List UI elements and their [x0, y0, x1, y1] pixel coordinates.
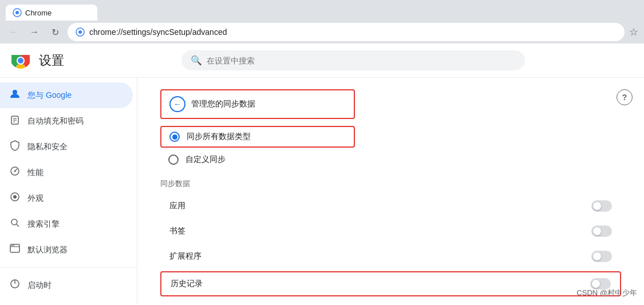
main-content: 您与 Google自动填充和密码隐私和安全性能外观搜索引擎默认浏览器启动时语言下… — [0, 78, 644, 305]
watermark: CSDN @村中少年 — [576, 288, 637, 298]
address-bar-row: ← → ↻ chrome://settings/syncSetup/advanc… — [0, 21, 644, 43]
reload-button[interactable]: ↻ — [47, 24, 63, 40]
browser-chrome: Chrome ← → ↻ chrome://settings/syncSetup… — [0, 0, 644, 43]
address-favicon — [76, 27, 85, 37]
sidebar-icon-autofill — [9, 114, 21, 128]
sync-item-bookmarks-label: 书签 — [169, 226, 185, 236]
sidebar-item-autofill[interactable]: 自动填充和密码 — [0, 108, 133, 134]
tab-title: Chrome — [25, 9, 52, 17]
svg-line-18 — [17, 224, 19, 227]
sync-extensions-toggle[interactable] — [591, 251, 612, 262]
svg-point-17 — [11, 219, 17, 225]
address-text: chrome://settings/syncSetup/advanced — [89, 27, 617, 37]
svg-point-16 — [13, 195, 17, 199]
sync-bookmarks-toggle[interactable] — [591, 225, 612, 237]
page-header: 设置 🔍 — [0, 43, 644, 78]
sidebar-icon-google — [9, 88, 21, 102]
sync-data-section: 同步数据 应用 书签 扩展程序 历史记录 — [160, 179, 621, 296]
sidebar-label-browser: 默认浏览器 — [27, 245, 68, 255]
sync-apps-toggle[interactable] — [591, 200, 612, 212]
sidebar-label-privacy: 隐私和安全 — [27, 142, 68, 152]
tab-favicon — [13, 8, 22, 17]
search-bar: 🔍 — [181, 50, 525, 70]
sidebar: 您与 Google自动填充和密码隐私和安全性能外观搜索引擎默认浏览器启动时语言下… — [0, 78, 137, 305]
sync-all-option-box[interactable]: 同步所有数据类型 — [160, 126, 355, 148]
custom-sync-label: 自定义同步 — [185, 155, 226, 165]
svg-point-7 — [18, 58, 23, 64]
svg-point-3 — [78, 30, 82, 34]
sidebar-icon-startup — [9, 278, 21, 292]
address-bar[interactable]: chrome://settings/syncSetup/advanced — [68, 23, 625, 41]
browser-tab[interactable]: Chrome — [6, 5, 97, 21]
sidebar-label-startup: 启动时 — [27, 280, 52, 291]
tab-bar: Chrome — [0, 0, 644, 21]
sidebar-item-startup[interactable]: 启动时 — [0, 272, 133, 298]
svg-point-22 — [13, 245, 14, 246]
sidebar-item-performance[interactable]: 性能 — [0, 160, 133, 185]
help-button[interactable]: ? — [617, 89, 633, 105]
sync-data-title: 同步数据 — [160, 179, 621, 189]
custom-sync-radio[interactable] — [168, 155, 179, 165]
chrome-logo — [11, 52, 30, 70]
settings-content: ? ← 管理您的同步数据 同步所有数据类型 自定义同步 同步数据 — [137, 78, 644, 305]
sidebar-item-search[interactable]: 搜索引擎 — [0, 211, 133, 237]
svg-point-8 — [13, 90, 17, 94]
sidebar-items-container: 您与 Google自动填充和密码隐私和安全性能外观搜索引擎默认浏览器启动时语言下… — [0, 82, 137, 305]
bookmark-button[interactable]: ☆ — [629, 26, 638, 38]
sidebar-label-appearance: 外观 — [27, 193, 44, 204]
sidebar-label-search: 搜索引擎 — [27, 219, 60, 229]
sidebar-item-appearance[interactable]: 外观 — [0, 185, 133, 211]
sidebar-label-performance: 性能 — [27, 168, 44, 178]
sync-item-apps: 应用 — [160, 193, 621, 219]
sidebar-icon-performance — [9, 165, 21, 180]
sync-item-extensions: 扩展程序 — [160, 244, 621, 269]
svg-point-14 — [14, 171, 16, 172]
sidebar-item-browser[interactable]: 默认浏览器 — [0, 237, 133, 263]
back-nav-button[interactable]: ← — [6, 24, 22, 40]
sidebar-item-privacy[interactable]: 隐私和安全 — [0, 134, 133, 160]
section-header-box: ← 管理您的同步数据 — [160, 89, 355, 119]
sync-all-radio[interactable] — [169, 132, 180, 142]
section-title: 管理您的同步数据 — [191, 99, 255, 109]
sync-all-label: 同步所有数据类型 — [187, 132, 251, 142]
sync-item-history-label: 历史记录 — [171, 279, 203, 289]
svg-point-21 — [11, 245, 13, 246]
settings-page: 设置 🔍 您与 Google自动填充和密码隐私和安全性能外观搜索引擎默认浏览器启… — [0, 43, 644, 305]
sidebar-icon-browser — [9, 243, 21, 257]
sidebar-icon-appearance — [9, 191, 21, 205]
sync-item-apps-label: 应用 — [169, 201, 185, 211]
sidebar-item-language[interactable]: 语言 — [0, 298, 133, 305]
page-title: 设置 — [39, 52, 64, 69]
back-button[interactable]: ← — [169, 96, 185, 112]
custom-sync-option[interactable]: 自定义同步 — [160, 150, 621, 169]
sidebar-item-google[interactable]: 您与 Google — [0, 82, 133, 108]
search-icon: 🔍 — [191, 55, 202, 66]
sidebar-label-autofill: 自动填充和密码 — [27, 116, 84, 126]
sidebar-icon-search — [9, 217, 21, 231]
sync-item-extensions-label: 扩展程序 — [169, 251, 202, 262]
sync-item-history: 历史记录 — [160, 271, 621, 296]
sidebar-icon-privacy — [9, 140, 21, 154]
search-input[interactable] — [207, 56, 516, 65]
sync-item-bookmarks: 书签 — [160, 219, 621, 244]
svg-point-1 — [15, 11, 19, 14]
sidebar-label-google: 您与 Google — [27, 90, 72, 101]
forward-nav-button[interactable]: → — [26, 24, 42, 40]
search-input-wrap: 🔍 — [181, 50, 525, 70]
